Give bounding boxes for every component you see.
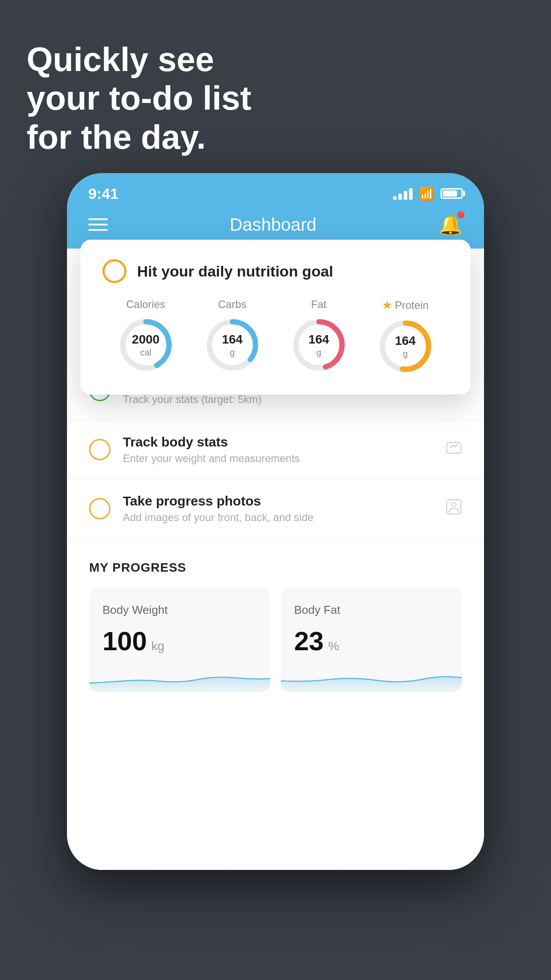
calories-donut: 2000 cal	[117, 316, 175, 374]
body-weight-unit: kg	[151, 639, 165, 653]
person-icon	[446, 499, 462, 519]
todo-subtitle-photos: Add images of your front, back, and side	[123, 511, 433, 524]
todo-subtitle-body-stats: Enter your weight and measurements	[123, 452, 433, 465]
carbs-value-center: 164 g	[222, 332, 243, 358]
todo-circle-photos	[89, 498, 110, 519]
calories-label: Calories	[126, 298, 165, 311]
carbs-donut: 164 g	[204, 316, 261, 374]
body-weight-graph	[89, 665, 270, 692]
svg-rect-8	[447, 443, 461, 453]
body-fat-card[interactable]: Body Fat 23 %	[281, 588, 462, 692]
battery-icon	[441, 188, 463, 199]
body-weight-card[interactable]: Body Weight 100 kg	[89, 588, 270, 692]
card-title-row: Hit your daily nutrition goal	[102, 259, 449, 283]
body-fat-unit: %	[328, 639, 339, 653]
fat-unit: g	[308, 347, 329, 358]
calories-value-center: 2000 cal	[132, 332, 159, 358]
body-fat-value: 23	[294, 626, 324, 656]
body-fat-value-row: 23 %	[294, 626, 449, 656]
protein-donut: 164 g	[377, 317, 434, 375]
status-bar: 9:41 📶	[67, 173, 484, 209]
carbs-unit: g	[222, 347, 243, 358]
todo-title-body-stats: Track body stats	[123, 435, 433, 450]
protein-unit: g	[395, 348, 416, 359]
signal-icon	[393, 187, 413, 200]
todo-title-photos: Take progress photos	[123, 494, 433, 509]
status-time: 9:41	[88, 185, 118, 202]
progress-cards: Body Weight 100 kg	[89, 588, 462, 692]
body-fat-graph	[281, 665, 462, 692]
todo-circle-body-stats	[89, 439, 110, 460]
menu-button[interactable]	[88, 218, 108, 231]
fat-value-center: 164 g	[308, 332, 329, 358]
body-weight-title: Body Weight	[102, 603, 257, 617]
notification-badge	[457, 211, 464, 218]
calories-value: 2000	[132, 332, 159, 347]
todo-item-body-stats[interactable]: Track body stats Enter your weight and m…	[67, 420, 484, 479]
nutrition-fat: Fat 164 g	[290, 298, 348, 374]
nutrition-carbs: Carbs 164 g	[204, 298, 261, 374]
nutrition-card: Hit your daily nutrition goal Calories	[80, 240, 471, 395]
scale-icon	[446, 440, 462, 460]
fat-label: Fat	[311, 298, 327, 311]
body-fat-title: Body Fat	[294, 603, 449, 617]
progress-header: MY PROGRESS	[89, 561, 462, 575]
wifi-icon: 📶	[419, 186, 434, 201]
body-weight-value-row: 100 kg	[102, 626, 257, 656]
carbs-label: Carbs	[218, 298, 246, 311]
protein-value-center: 164 g	[395, 333, 416, 359]
body-weight-value: 100	[102, 626, 147, 656]
nutrition-protein: ★ Protein 164 g	[377, 298, 434, 375]
card-circle-indicator	[102, 259, 126, 283]
todo-text-body-stats: Track body stats Enter your weight and m…	[123, 435, 433, 465]
background-headline: Quickly see your to-do list for the day.	[27, 40, 252, 156]
todo-text-photos: Take progress photos Add images of your …	[123, 494, 433, 524]
fat-donut: 164 g	[290, 316, 348, 374]
nav-title: Dashboard	[230, 215, 317, 235]
notification-button[interactable]: 🔔	[438, 213, 463, 236]
card-title: Hit your daily nutrition goal	[137, 263, 333, 280]
nutrition-calories: Calories 2000 cal	[117, 298, 175, 374]
phone-screen: 9:41 📶 Dashboard 🔔	[67, 173, 484, 870]
protein-label: ★ Protein	[382, 298, 429, 312]
star-icon: ★	[382, 298, 392, 312]
protein-value: 164	[395, 333, 416, 348]
fat-value: 164	[308, 332, 329, 347]
progress-section: MY PROGRESS Body Weight 100 kg	[67, 538, 484, 710]
todo-item-progress-photos[interactable]: Take progress photos Add images of your …	[67, 479, 484, 538]
carbs-value: 164	[222, 332, 243, 347]
phone-frame: 9:41 📶 Dashboard 🔔	[67, 173, 484, 870]
calories-unit: cal	[132, 347, 159, 358]
main-content: THINGS TO DO TODAY Hit your daily nutrit…	[67, 249, 484, 870]
svg-point-10	[452, 502, 456, 507]
status-icons: 📶	[393, 186, 463, 201]
todo-subtitle-running: Track your stats (target: 5km)	[123, 393, 433, 406]
nutrition-row: Calories 2000 cal	[102, 298, 449, 375]
